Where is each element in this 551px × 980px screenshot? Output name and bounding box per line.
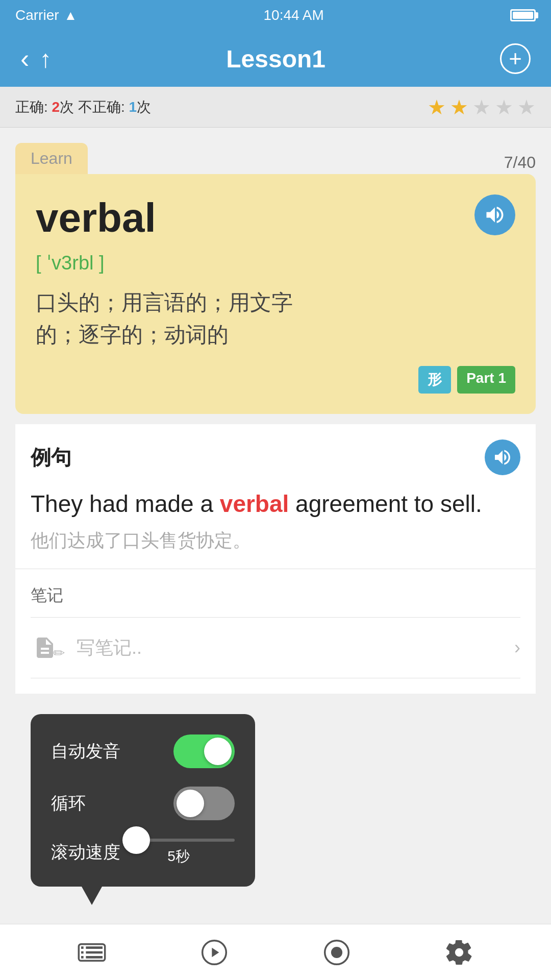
- section-header: 例句: [31, 439, 520, 475]
- star-5: ★: [517, 95, 536, 119]
- up-button[interactable]: ↑: [39, 45, 52, 73]
- speed-label: 滚动速度: [51, 841, 120, 864]
- card-counter: 7/40: [504, 153, 536, 172]
- card-tags: 形 Part 1: [36, 366, 515, 394]
- time-display: 10:44 AM: [263, 7, 323, 23]
- loop-knob: [177, 790, 204, 817]
- bottom-toolbar: [0, 924, 551, 980]
- star-1: ★: [428, 95, 446, 119]
- carrier-text: Carrier: [15, 7, 59, 23]
- battery-icon: [510, 9, 536, 21]
- notes-placeholder: 写笔记..: [77, 635, 504, 660]
- learn-card-container: Learn 7/40 verbal [ ˈv3rbl ] 口头的；用言语的；用文…: [15, 143, 536, 414]
- nav-bar: ‹ ↑ Lesson1 +: [0, 31, 551, 87]
- status-left: Carrier ▲: [15, 7, 77, 23]
- settings-button[interactable]: [441, 935, 477, 970]
- play-button[interactable]: [196, 935, 232, 970]
- example-sound-button[interactable]: [485, 439, 520, 475]
- example-sound-icon: [492, 447, 513, 468]
- sentence-highlight: verbal: [220, 491, 289, 517]
- notes-input-row[interactable]: ✏ 写笔记.. ›: [31, 617, 520, 678]
- speed-value: 5秒: [167, 847, 190, 866]
- star-4: ★: [495, 95, 513, 119]
- auto-play-row: 自动发音: [51, 734, 235, 768]
- learn-tab[interactable]: Learn: [15, 143, 88, 174]
- phonetic: [ ˈv3rbl ]: [36, 252, 515, 274]
- svg-point-4: [332, 947, 342, 957]
- sound-icon: [484, 204, 506, 226]
- page-title: Lesson1: [226, 45, 325, 73]
- notes-icon: ✏: [31, 630, 66, 666]
- auto-play-toggle[interactable]: [173, 734, 235, 768]
- settings-icon: [445, 938, 473, 967]
- list-icon: [78, 938, 106, 967]
- stats-text: 正确: 2次 不正确: 1次: [15, 97, 151, 117]
- auto-play-label: 自动发音: [51, 740, 120, 763]
- back-button[interactable]: ‹: [20, 45, 29, 72]
- notes-section: 笔记 ✏ 写笔记.. ›: [15, 569, 536, 694]
- status-bar: Carrier ▲ 10:44 AM: [0, 0, 551, 31]
- wifi-icon: ▲: [64, 8, 78, 23]
- record-button[interactable]: [319, 935, 355, 970]
- word-title: verbal: [36, 194, 515, 241]
- tag-part: Part 1: [457, 366, 515, 394]
- loop-toggle[interactable]: [173, 787, 235, 820]
- speed-slider-container: 5秒: [122, 839, 235, 866]
- definition: 口头的；用言语的；用文字的；逐字的；动词的: [36, 286, 515, 351]
- tag-type: 形: [418, 366, 451, 394]
- add-button[interactable]: +: [500, 43, 531, 74]
- card-sound-button[interactable]: [474, 194, 515, 235]
- speed-row: 滚动速度 5秒: [51, 839, 235, 866]
- learn-card: verbal [ ˈv3rbl ] 口头的；用言语的；用文字的；逐字的；动词的 …: [15, 174, 536, 414]
- star-3: ★: [472, 95, 491, 119]
- sentence-after: agreement to sell.: [289, 491, 482, 517]
- speed-slider-track[interactable]: [122, 839, 235, 842]
- sentence-before: They had made a: [31, 491, 220, 517]
- stats-bar: 正确: 2次 不正确: 1次 ★ ★ ★ ★ ★: [0, 87, 551, 128]
- star-rating: ★ ★ ★ ★ ★: [428, 95, 536, 119]
- auto-play-knob: [204, 738, 232, 765]
- example-sentence-zh: 他们达成了口头售货协定。: [31, 528, 520, 553]
- example-sentence-en: They had made a verbal agreement to sell…: [31, 487, 520, 520]
- record-icon: [322, 938, 351, 967]
- settings-popup: 自动发音 循环 滚动速度 5秒: [31, 714, 255, 887]
- notes-label: 笔记: [31, 584, 520, 607]
- example-section: 例句 They had made a verbal agreement to s…: [15, 424, 536, 569]
- loop-label: 循环: [51, 792, 86, 815]
- loop-row: 循环: [51, 787, 235, 820]
- list-button[interactable]: [74, 935, 110, 970]
- speed-slider-thumb[interactable]: [122, 826, 150, 854]
- chevron-right-icon: ›: [514, 637, 520, 658]
- svg-marker-2: [212, 947, 219, 957]
- nav-left: ‹ ↑: [20, 45, 52, 73]
- play-icon: [200, 938, 229, 967]
- section-title: 例句: [31, 444, 71, 472]
- main-content: Learn 7/40 verbal [ ˈv3rbl ] 口头的；用言语的；用文…: [0, 128, 551, 902]
- star-2: ★: [450, 95, 468, 119]
